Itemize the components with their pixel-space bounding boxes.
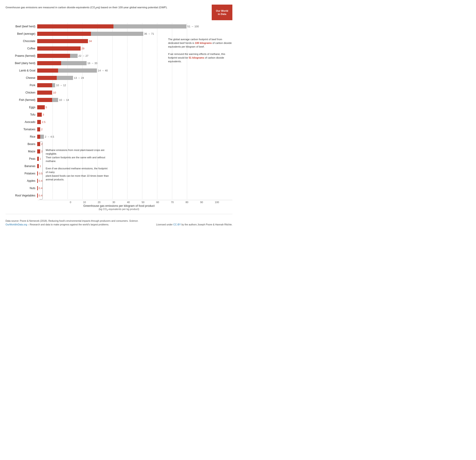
bars-area: 51 → 100	[37, 24, 232, 29]
x-axis-sublabel: (kg CO2-equivalents per kg product)	[6, 208, 232, 211]
red-bar	[37, 54, 70, 58]
bar-label: Maize	[6, 150, 37, 153]
subtitle1: Greenhouse gas emissions are measured in…	[6, 6, 209, 10]
bar-value: 34	[89, 40, 92, 43]
bar-label: Fish (farmed)	[6, 98, 37, 102]
bars-area: 0.4	[37, 193, 232, 198]
owid-link[interactable]: OurWorldInData.org	[6, 223, 27, 226]
bar-value: 16 → 33	[87, 62, 97, 65]
bar-label: Beef (average)	[6, 32, 37, 35]
red-bar	[37, 164, 39, 168]
red-bar	[37, 39, 88, 43]
bar-label: Root Vegetables	[6, 194, 37, 197]
table-row: Pork10 → 12	[6, 82, 232, 89]
bars-area: 3	[37, 112, 232, 117]
bar-label: Avocado	[6, 120, 37, 124]
gray-bar	[113, 24, 187, 28]
red-bar	[37, 135, 40, 139]
red-bar	[37, 83, 52, 87]
table-row: Tofu3	[6, 111, 232, 118]
bar-value: 51 → 100	[187, 25, 199, 28]
red-bar	[37, 105, 45, 109]
bar-label: Beef (dairy herd)	[6, 61, 37, 65]
bars-area: 36 → 71	[37, 31, 232, 36]
x-tick: 40	[127, 201, 130, 204]
title-block: Greenhouse gas emissions are measured in…	[6, 5, 209, 10]
bar-label: Peas	[6, 157, 37, 160]
footer-link: OurWorldInData.org – Research and data t…	[6, 223, 109, 226]
table-row: Eggs5	[6, 104, 232, 111]
bar-label: Pork	[6, 84, 37, 87]
table-row: Cheese13 → 24	[6, 74, 232, 81]
red-bar	[37, 186, 38, 190]
bar-label: Tofu	[6, 113, 37, 116]
table-row: Chicken10	[6, 89, 232, 96]
red-bar	[37, 157, 39, 161]
bars-area: 16 → 33	[37, 61, 232, 66]
bar-value: 5	[46, 106, 47, 109]
bar-value: 36 → 71	[144, 32, 154, 35]
bars-area: 13 → 24	[37, 75, 232, 80]
bars-area: 29	[37, 46, 232, 51]
footer: Data source: Poore & Nemecek (2018). Red…	[6, 214, 232, 226]
x-tick: 90	[200, 201, 203, 204]
bars-area: 10	[37, 90, 232, 95]
plant-annotation: Methane emissions from most plant-based …	[46, 148, 110, 181]
bar-label: Prawns (farmed)	[6, 54, 37, 57]
logo-text: Our Worldin Data	[216, 9, 228, 16]
red-bar	[37, 91, 52, 95]
gray-bar	[40, 135, 44, 139]
x-tick: 20	[98, 201, 100, 204]
x-tick: 60	[156, 201, 159, 204]
red-bar	[37, 193, 38, 198]
bar-label: Beef (beef herd)	[6, 25, 37, 28]
table-row: Tomatoes2	[6, 126, 232, 133]
bars-area: 22 → 27	[37, 53, 232, 58]
bar-label: Potatoes	[6, 172, 37, 175]
bar-value: 13 → 24	[74, 77, 84, 79]
gray-bar	[52, 83, 55, 87]
bar-label: Coffee	[6, 47, 37, 50]
bar-label: Bananas	[6, 165, 37, 168]
bars-container: Beef (beef herd)51 → 100Beef (average)36…	[6, 23, 232, 199]
bar-value: 2 → 4.5	[45, 135, 54, 138]
red-bar	[37, 61, 61, 65]
bar-label: Nuts	[6, 187, 37, 190]
table-row: Beef (average)36 → 71	[6, 30, 232, 37]
x-tick: 0	[70, 201, 71, 204]
bar-label: Chocolate	[6, 40, 37, 43]
red-bar	[37, 127, 40, 131]
table-row: Beef (dairy herd)16 → 33	[6, 60, 232, 67]
red-bar	[37, 120, 41, 124]
bar-value: 3	[43, 113, 44, 116]
bar-value: 2	[41, 128, 42, 131]
x-tick: 10	[83, 201, 86, 204]
header: Greenhouse gas emissions are measured in…	[6, 5, 232, 20]
bars-area: 5	[37, 105, 232, 110]
bars-area: 14 → 40	[37, 68, 232, 73]
x-ticks: 0102030405060708090100	[70, 200, 219, 204]
bar-value: 14 → 40	[98, 69, 108, 72]
bars-area: 2	[37, 141, 232, 147]
footer-source: Data source: Poore & Nemecek (2018). Red…	[6, 219, 138, 222]
bar-label: Tomatoes	[6, 128, 37, 131]
bars-area: 2.5	[37, 120, 232, 124]
bar-label: Lamb & Goat	[6, 69, 37, 72]
red-bar	[37, 76, 57, 80]
table-row: Fish (farmed)10 → 14	[6, 96, 232, 103]
bar-label: Rice	[6, 135, 37, 138]
bar-label: Beans	[6, 142, 37, 146]
owid-logo: Our Worldin Data	[212, 5, 232, 20]
table-row: Rice2 → 4.5	[6, 133, 232, 140]
table-row: Chocolate34	[6, 38, 232, 44]
plant-brace	[40, 141, 43, 200]
red-bar	[37, 32, 91, 36]
red-bar	[37, 171, 38, 175]
gray-bar	[58, 69, 97, 73]
bars-area: 10 → 12	[37, 83, 232, 88]
bar-value: 29	[82, 47, 85, 50]
gray-bar	[70, 54, 78, 58]
bar-value: 10	[53, 91, 56, 94]
gray-bar	[61, 61, 86, 65]
cc-by-link[interactable]: CC-BY	[173, 223, 181, 226]
